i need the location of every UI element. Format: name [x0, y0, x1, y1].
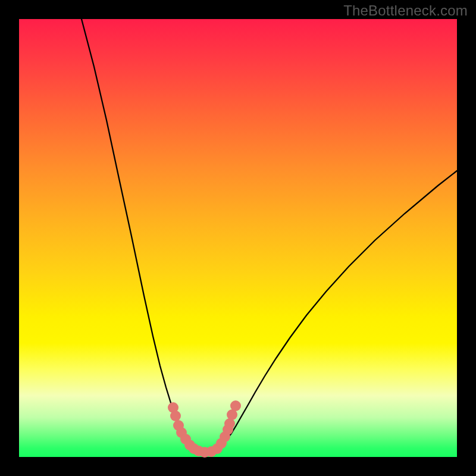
right-curve [203, 171, 457, 453]
watermark-text: TheBottleneck.com [343, 2, 468, 19]
marker-dots [168, 400, 241, 458]
chart-frame: TheBottleneck.com [0, 0, 476, 476]
plot-area [19, 19, 457, 457]
marker-dot [230, 400, 241, 411]
marker-dot [170, 411, 181, 421]
chart-svg [19, 19, 457, 457]
left-curve [82, 19, 203, 453]
